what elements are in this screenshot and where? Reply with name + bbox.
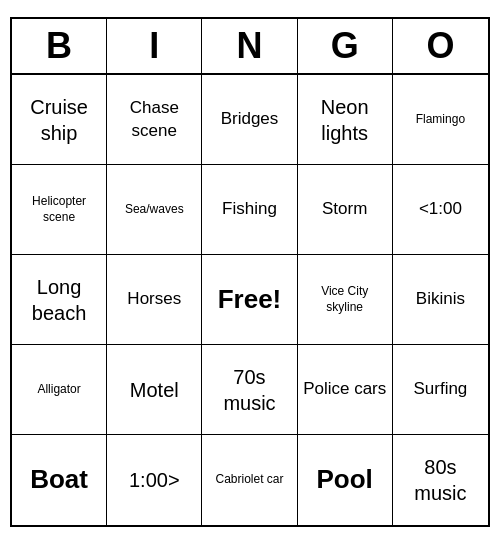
header-letter: N <box>202 19 297 73</box>
bingo-grid: Cruise shipChase sceneBridgesNeon lights… <box>12 75 488 525</box>
bingo-cell-10: Long beach <box>12 255 107 345</box>
bingo-cell-3: Neon lights <box>298 75 393 165</box>
bingo-cell-6: Sea/waves <box>107 165 202 255</box>
bingo-cell-18: Police cars <box>298 345 393 435</box>
bingo-cell-21: 1:00> <box>107 435 202 525</box>
bingo-cell-15: Alligator <box>12 345 107 435</box>
header-letter: G <box>298 19 393 73</box>
bingo-cell-4: Flamingo <box>393 75 488 165</box>
bingo-cell-19: Surfing <box>393 345 488 435</box>
bingo-cell-1: Chase scene <box>107 75 202 165</box>
bingo-cell-7: Fishing <box>202 165 297 255</box>
bingo-cell-23: Pool <box>298 435 393 525</box>
bingo-cell-14: Bikinis <box>393 255 488 345</box>
bingo-card: BINGO Cruise shipChase sceneBridgesNeon … <box>10 17 490 527</box>
header-letter: I <box>107 19 202 73</box>
header-letter: O <box>393 19 488 73</box>
bingo-cell-24: 80s music <box>393 435 488 525</box>
bingo-cell-22: Cabriolet car <box>202 435 297 525</box>
bingo-cell-11: Horses <box>107 255 202 345</box>
bingo-cell-16: Motel <box>107 345 202 435</box>
bingo-header: BINGO <box>12 19 488 75</box>
header-letter: B <box>12 19 107 73</box>
bingo-cell-2: Bridges <box>202 75 297 165</box>
bingo-cell-9: <1:00 <box>393 165 488 255</box>
bingo-cell-17: 70s music <box>202 345 297 435</box>
bingo-cell-20: Boat <box>12 435 107 525</box>
bingo-cell-8: Storm <box>298 165 393 255</box>
bingo-cell-12: Free! <box>202 255 297 345</box>
bingo-cell-0: Cruise ship <box>12 75 107 165</box>
bingo-cell-13: Vice City skyline <box>298 255 393 345</box>
bingo-cell-5: Helicopter scene <box>12 165 107 255</box>
